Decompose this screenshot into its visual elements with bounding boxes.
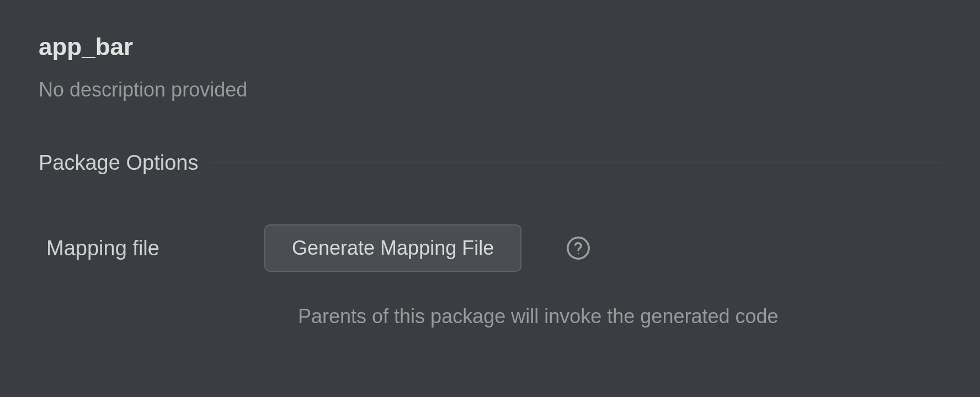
svg-point-1 bbox=[578, 253, 579, 254]
package-header: app_bar No description provided bbox=[39, 33, 941, 101]
generate-mapping-file-button[interactable]: Generate Mapping File bbox=[264, 224, 521, 272]
mapping-file-label: Mapping file bbox=[46, 237, 237, 260]
section-header-title: Package Options bbox=[39, 151, 198, 175]
mapping-file-helper-text: Parents of this package will invoke the … bbox=[298, 305, 779, 328]
package-title: app_bar bbox=[39, 33, 941, 61]
help-icon[interactable] bbox=[566, 235, 591, 261]
section-header-divider bbox=[211, 163, 941, 163]
helper-text-row: Parents of this package will invoke the … bbox=[39, 305, 941, 328]
svg-point-0 bbox=[568, 238, 589, 259]
mapping-file-row: Mapping file Generate Mapping File bbox=[39, 224, 941, 272]
section-header: Package Options bbox=[39, 151, 941, 175]
package-description: No description provided bbox=[39, 78, 941, 101]
